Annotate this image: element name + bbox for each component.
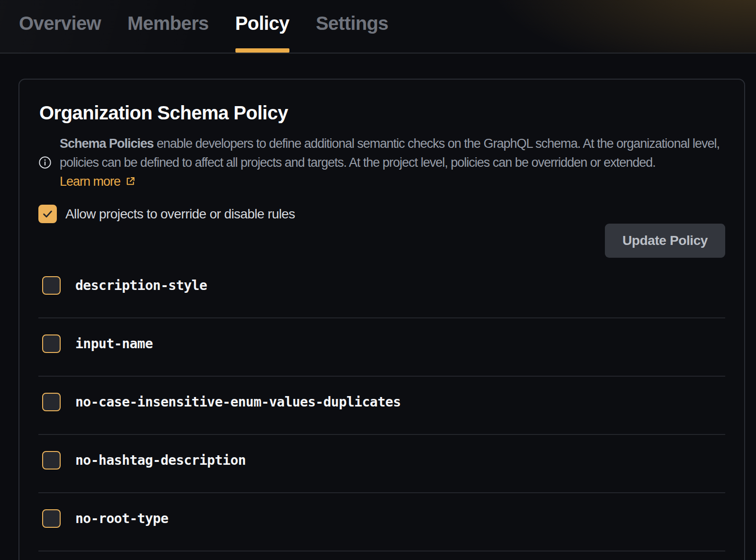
external-link-icon bbox=[125, 175, 136, 187]
policy-rule-row: no-root-type bbox=[38, 493, 725, 551]
rule-checkbox[interactable] bbox=[42, 393, 61, 411]
policy-rule-row: no-hashtag-description bbox=[38, 435, 725, 493]
schema-policy-callout: Schema Policies enable developers to def… bbox=[38, 134, 725, 191]
rule-checkbox[interactable] bbox=[42, 334, 61, 353]
update-policy-button[interactable]: Update Policy bbox=[605, 224, 725, 258]
checkmark-icon bbox=[41, 207, 54, 221]
allow-override-checkbox[interactable] bbox=[38, 205, 57, 223]
policy-card: Organization Schema Policy Schema Polici… bbox=[18, 79, 745, 560]
rule-name: no-root-type bbox=[75, 511, 168, 526]
rule-name: input-name bbox=[75, 336, 153, 352]
tab-policy[interactable]: Policy bbox=[235, 0, 289, 53]
policy-rule-row: input-name bbox=[38, 318, 725, 377]
rules-list: description-style input-name no-case-ins… bbox=[38, 260, 725, 551]
button-row: Update Policy bbox=[38, 224, 725, 258]
tab-label: Policy bbox=[235, 13, 289, 34]
policy-rule-row: description-style bbox=[38, 260, 725, 318]
rule-checkbox[interactable] bbox=[42, 509, 61, 528]
rule-name: description-style bbox=[75, 278, 207, 293]
tab-label: Members bbox=[127, 13, 208, 34]
rule-name: no-case-insensitive-enum-values-duplicat… bbox=[75, 394, 401, 410]
org-tabs: Overview Members Policy Settings bbox=[0, 0, 756, 53]
tab-label: Overview bbox=[19, 13, 101, 34]
allow-override-label: Allow projects to override or disable ru… bbox=[65, 207, 295, 222]
policy-page: Organization Schema Policy Schema Polici… bbox=[0, 79, 756, 560]
rule-checkbox[interactable] bbox=[42, 451, 61, 470]
page-title: Organization Schema Policy bbox=[39, 101, 725, 124]
learn-more-link[interactable]: Learn more bbox=[60, 174, 136, 189]
allow-override-row: Allow projects to override or disable ru… bbox=[38, 205, 725, 223]
tab-overview[interactable]: Overview bbox=[19, 0, 101, 53]
tab-members[interactable]: Members bbox=[127, 0, 208, 53]
description-bold: Schema Policies bbox=[60, 136, 153, 151]
schema-policy-description: Schema Policies enable developers to def… bbox=[60, 134, 725, 191]
tab-settings[interactable]: Settings bbox=[316, 0, 388, 53]
rule-checkbox[interactable] bbox=[42, 276, 61, 295]
policy-rule-row: no-case-insensitive-enum-values-duplicat… bbox=[38, 377, 725, 435]
active-tab-indicator bbox=[235, 48, 289, 53]
tab-label: Settings bbox=[316, 13, 388, 34]
info-icon bbox=[38, 156, 52, 169]
description-text: enable developers to define additional s… bbox=[60, 136, 720, 170]
rule-name: no-hashtag-description bbox=[75, 452, 246, 468]
tab-bar: Overview Members Policy Settings bbox=[0, 0, 756, 54]
